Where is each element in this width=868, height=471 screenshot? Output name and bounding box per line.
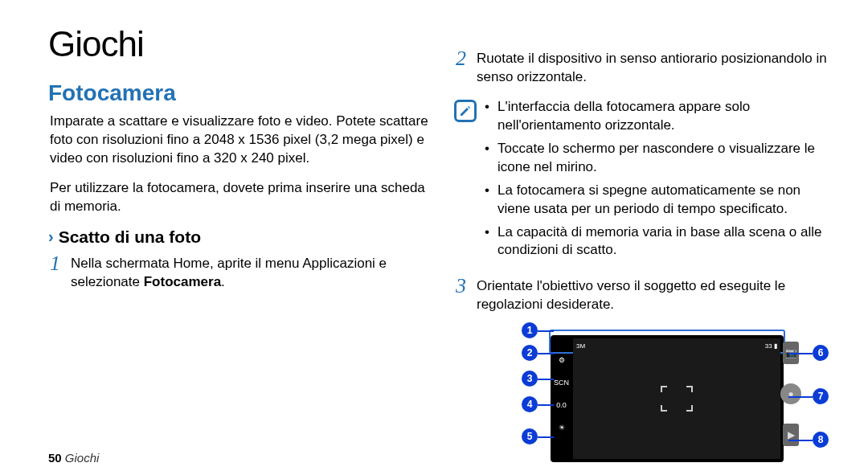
note-icon	[454, 100, 477, 122]
camera-right-buttons: 📷 ● ▶	[780, 342, 801, 446]
step-1-text: Nella schermata Home, aprite il menu App…	[71, 253, 430, 292]
camera-gear-icon: ⚙	[559, 353, 565, 367]
callout-7: 7	[813, 388, 829, 404]
page-title: Giochi	[48, 24, 430, 64]
camera-body: ⚙ SCN 0.0 ☀ 3M 33 ▮ 📷 ●	[551, 335, 784, 462]
callout-5: 5	[522, 428, 538, 444]
step-1: 1 Nella schermata Home, aprite il menu A…	[48, 253, 430, 292]
intro-paragraph-1: Imparate a scattare e visualizzare foto …	[48, 113, 430, 168]
camera-scn-label: SCN	[554, 375, 569, 390]
callout-1: 1	[522, 322, 538, 338]
camera-status-right: 33 ▮	[765, 342, 777, 350]
note-bullet-2: •Toccate lo schermo per nascondere o vis…	[485, 140, 836, 177]
camera-shutter-icon: ●	[780, 383, 801, 404]
callout-4: 4	[522, 396, 538, 412]
step-number-2: 2	[456, 48, 470, 69]
callout-3: 3	[522, 371, 538, 387]
step-number-1: 1	[50, 253, 64, 274]
subheading-scatto: Scatto di una foto	[59, 227, 201, 247]
footer-label: Giochi	[65, 451, 100, 465]
callout-8: 8	[813, 432, 829, 448]
section-heading-fotocamera: Fotocamera	[48, 80, 430, 106]
camera-brightness-icon: ☀	[559, 420, 565, 435]
subheading-row: › Scatto di una foto	[48, 227, 430, 247]
camera-left-icons: ⚙ SCN 0.0 ☀	[554, 353, 569, 435]
callout-6: 6	[813, 345, 829, 361]
camera-ev-label: 0.0	[556, 398, 567, 412]
focus-brackets	[661, 386, 693, 412]
note-bullet-4: •La capacità di memoria varia in base al…	[485, 223, 836, 260]
note-bullet-1: •L'interfaccia della fotocamera appare s…	[485, 98, 836, 135]
callout-2: 2	[522, 345, 538, 361]
intro-paragraph-2: Per utilizzare la fotocamera, dovete pri…	[48, 179, 430, 216]
step-2-text: Ruotate il dispositivo in senso antiorar…	[477, 48, 836, 87]
camera-gallery-icon: ▶	[783, 424, 799, 446]
camera-illustration: 1 2 3 4 5 6 7 8 ⚙ SCN 0.0	[526, 326, 848, 471]
step-2: 2 Ruotate il dispositivo in senso antior…	[454, 48, 836, 87]
chevron-icon: ›	[48, 227, 54, 246]
footer-page-number: 50	[48, 451, 62, 465]
step-3-text: Orientate l'obiettivo verso il soggetto …	[477, 276, 836, 314]
note-bullet-3: •La fotocamera si spegne automaticamente…	[485, 182, 836, 219]
camera-status-left: 3M	[576, 342, 585, 350]
page-footer: 50 Giochi	[48, 451, 99, 465]
camera-viewfinder: 3M 33 ▮	[573, 338, 780, 459]
step-number-3: 3	[456, 276, 470, 297]
note-box: •L'interfaccia della fotocamera appare s…	[454, 98, 836, 265]
step-3: 3 Orientate l'obiettivo verso il soggett…	[454, 276, 836, 314]
